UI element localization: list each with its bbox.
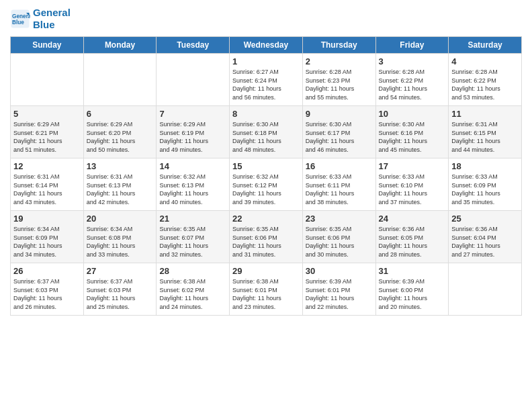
day-info: Sunrise: 6:39 AM Sunset: 6:00 PM Dayligh… [379,277,446,311]
day-number: 24 [379,214,446,224]
day-number: 27 [87,266,154,276]
day-info: Sunrise: 6:39 AM Sunset: 6:01 PM Dayligh… [306,277,373,311]
day-cell-24: 24Sunrise: 6:36 AM Sunset: 6:05 PM Dayli… [375,211,449,263]
day-info: Sunrise: 6:30 AM Sunset: 6:18 PM Dayligh… [232,120,300,154]
header: General Blue General Blue [10,7,522,31]
logo: General Blue General Blue [10,7,71,31]
day-cell-31: 31Sunrise: 6:39 AM Sunset: 6:00 PM Dayli… [375,263,449,316]
empty-cell [449,263,522,316]
page-container: General Blue General Blue SundayMondayTu… [0,0,532,322]
day-info: Sunrise: 6:33 AM Sunset: 6:10 PM Dayligh… [379,173,446,206]
day-info: Sunrise: 6:30 AM Sunset: 6:16 PM Dayligh… [379,120,446,154]
day-number: 18 [451,161,519,171]
day-number: 28 [159,266,226,276]
day-cell-25: 25Sunrise: 6:36 AM Sunset: 6:04 PM Dayli… [449,211,522,263]
day-number: 29 [232,266,300,276]
day-number: 19 [13,214,81,224]
day-number: 8 [232,109,300,119]
empty-cell [157,54,230,106]
day-number: 1 [232,56,300,66]
day-number: 3 [379,56,446,66]
day-number: 25 [451,214,519,224]
day-number: 20 [87,214,154,224]
weekday-header-tuesday: Tuesday [157,37,230,54]
day-info: Sunrise: 6:32 AM Sunset: 6:12 PM Dayligh… [232,173,300,206]
day-number: 26 [13,266,81,276]
day-info: Sunrise: 6:29 AM Sunset: 6:21 PM Dayligh… [13,120,81,154]
day-info: Sunrise: 6:35 AM Sunset: 6:06 PM Dayligh… [232,225,300,259]
day-cell-29: 29Sunrise: 6:38 AM Sunset: 6:01 PM Dayli… [230,263,303,316]
day-info: Sunrise: 6:34 AM Sunset: 6:09 PM Dayligh… [13,225,81,259]
empty-cell [83,54,157,106]
day-cell-1: 1Sunrise: 6:27 AM Sunset: 6:24 PM Daylig… [230,54,303,106]
day-number: 21 [159,214,226,224]
day-number: 13 [87,161,154,171]
day-number: 2 [306,56,373,66]
day-number: 11 [451,109,519,119]
calendar-body: 1Sunrise: 6:27 AM Sunset: 6:24 PM Daylig… [11,54,522,316]
day-cell-20: 20Sunrise: 6:34 AM Sunset: 6:08 PM Dayli… [83,211,157,263]
day-info: Sunrise: 6:31 AM Sunset: 6:14 PM Dayligh… [13,173,81,206]
empty-cell [11,54,84,106]
day-info: Sunrise: 6:34 AM Sunset: 6:08 PM Dayligh… [87,225,154,259]
day-cell-12: 12Sunrise: 6:31 AM Sunset: 6:14 PM Dayli… [11,158,84,211]
day-cell-5: 5Sunrise: 6:29 AM Sunset: 6:21 PM Daylig… [11,106,84,158]
day-number: 30 [306,266,373,276]
weekday-header-row: SundayMondayTuesdayWednesdayThursdayFrid… [11,37,522,54]
day-number: 22 [232,214,300,224]
day-cell-8: 8Sunrise: 6:30 AM Sunset: 6:18 PM Daylig… [230,106,303,158]
weekday-header-sunday: Sunday [11,37,84,54]
day-info: Sunrise: 6:37 AM Sunset: 6:03 PM Dayligh… [87,277,154,311]
day-number: 7 [159,109,226,119]
weekday-header-thursday: Thursday [302,37,375,54]
week-row-1: 1Sunrise: 6:27 AM Sunset: 6:24 PM Daylig… [11,54,522,106]
day-cell-19: 19Sunrise: 6:34 AM Sunset: 6:09 PM Dayli… [11,211,84,263]
day-number: 31 [379,266,446,276]
day-number: 16 [306,161,373,171]
day-info: Sunrise: 6:35 AM Sunset: 6:07 PM Dayligh… [159,225,226,259]
day-cell-22: 22Sunrise: 6:35 AM Sunset: 6:06 PM Dayli… [230,211,303,263]
day-info: Sunrise: 6:33 AM Sunset: 6:09 PM Dayligh… [451,173,519,206]
day-cell-7: 7Sunrise: 6:29 AM Sunset: 6:19 PM Daylig… [157,106,230,158]
day-cell-9: 9Sunrise: 6:30 AM Sunset: 6:17 PM Daylig… [302,106,375,158]
day-number: 14 [159,161,226,171]
day-cell-3: 3Sunrise: 6:28 AM Sunset: 6:22 PM Daylig… [375,54,449,106]
day-number: 10 [379,109,446,119]
day-info: Sunrise: 6:31 AM Sunset: 6:15 PM Dayligh… [451,120,519,154]
week-row-3: 12Sunrise: 6:31 AM Sunset: 6:14 PM Dayli… [11,158,522,211]
weekday-header-monday: Monday [83,37,157,54]
day-cell-28: 28Sunrise: 6:38 AM Sunset: 6:02 PM Dayli… [157,263,230,316]
logo-icon: General Blue [10,9,30,29]
weekday-header-friday: Friday [375,37,449,54]
weekday-header-saturday: Saturday [449,37,522,54]
week-row-4: 19Sunrise: 6:34 AM Sunset: 6:09 PM Dayli… [11,211,522,263]
day-cell-4: 4Sunrise: 6:28 AM Sunset: 6:22 PM Daylig… [449,54,522,106]
day-number: 9 [306,109,373,119]
day-info: Sunrise: 6:36 AM Sunset: 6:04 PM Dayligh… [451,225,519,259]
day-cell-18: 18Sunrise: 6:33 AM Sunset: 6:09 PM Dayli… [449,158,522,211]
day-cell-23: 23Sunrise: 6:35 AM Sunset: 6:06 PM Dayli… [302,211,375,263]
day-info: Sunrise: 6:37 AM Sunset: 6:03 PM Dayligh… [13,277,81,311]
weekday-header-wednesday: Wednesday [230,37,303,54]
day-info: Sunrise: 6:28 AM Sunset: 6:23 PM Dayligh… [306,68,373,101]
day-cell-14: 14Sunrise: 6:32 AM Sunset: 6:13 PM Dayli… [157,158,230,211]
day-cell-6: 6Sunrise: 6:29 AM Sunset: 6:20 PM Daylig… [83,106,157,158]
day-cell-13: 13Sunrise: 6:31 AM Sunset: 6:13 PM Dayli… [83,158,157,211]
day-number: 17 [379,161,446,171]
day-number: 5 [13,109,81,119]
day-info: Sunrise: 6:29 AM Sunset: 6:20 PM Dayligh… [87,120,154,154]
day-cell-21: 21Sunrise: 6:35 AM Sunset: 6:07 PM Dayli… [157,211,230,263]
day-number: 4 [451,56,519,66]
day-cell-11: 11Sunrise: 6:31 AM Sunset: 6:15 PM Dayli… [449,106,522,158]
day-info: Sunrise: 6:36 AM Sunset: 6:05 PM Dayligh… [379,225,446,259]
day-cell-16: 16Sunrise: 6:33 AM Sunset: 6:11 PM Dayli… [302,158,375,211]
day-info: Sunrise: 6:29 AM Sunset: 6:19 PM Dayligh… [159,120,226,154]
day-info: Sunrise: 6:30 AM Sunset: 6:17 PM Dayligh… [306,120,373,154]
calendar-header: SundayMondayTuesdayWednesdayThursdayFrid… [11,37,522,54]
day-info: Sunrise: 6:28 AM Sunset: 6:22 PM Dayligh… [451,68,519,101]
svg-text:Blue: Blue [12,19,24,26]
day-cell-17: 17Sunrise: 6:33 AM Sunset: 6:10 PM Dayli… [375,158,449,211]
day-cell-15: 15Sunrise: 6:32 AM Sunset: 6:12 PM Dayli… [230,158,303,211]
day-cell-26: 26Sunrise: 6:37 AM Sunset: 6:03 PM Dayli… [11,263,84,316]
week-row-5: 26Sunrise: 6:37 AM Sunset: 6:03 PM Dayli… [11,263,522,316]
